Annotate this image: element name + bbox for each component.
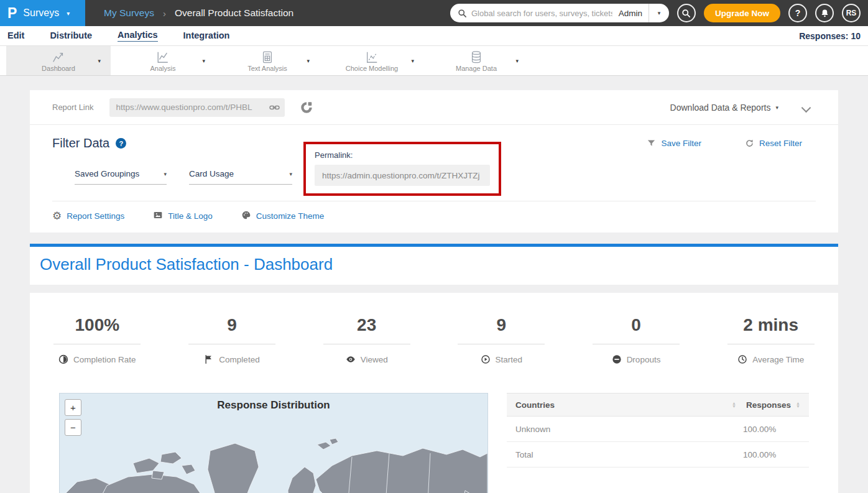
stat-completion-rate: 100% Completion Rate [30, 315, 165, 367]
stat-started: 9 Started [434, 315, 569, 367]
nav-analytics[interactable]: Analytics [118, 30, 157, 42]
download-label: Download Data & Reports [670, 103, 771, 113]
page-title: Overall Product Satisfaction - Dashboard [40, 255, 828, 274]
reset-filter-button[interactable]: Reset Filter [745, 139, 802, 148]
permalink-input[interactable] [315, 165, 490, 186]
divider [593, 344, 680, 344]
analysis-chart-icon [155, 49, 170, 64]
divider [458, 344, 545, 344]
dashboard-panel: 100% Completion Rate 9 Completed 23 [30, 293, 838, 493]
notifications-button[interactable] [815, 4, 834, 22]
caret-down-icon: ▾ [658, 10, 661, 16]
map-zoom-in-button[interactable]: + [65, 399, 81, 416]
card-usage-value: Card Usage [189, 169, 234, 178]
stat-label: Average Time [752, 355, 804, 364]
tab-analysis[interactable]: Analysis ▾ [111, 46, 215, 75]
nav-edit[interactable]: Edit [7, 30, 24, 42]
play-circle-icon [481, 354, 491, 364]
filter-help-icon[interactable]: ? [116, 138, 126, 149]
topbar-actions: Admin ▾ Upgrade Now ? RS [450, 4, 868, 22]
stat-value: 2 mins [703, 315, 838, 335]
stat-value: 9 [434, 315, 569, 335]
qr-code-icon[interactable] [300, 101, 313, 114]
report-settings-button[interactable]: ⚙ Report Settings [52, 211, 124, 221]
stat-label: Completed [219, 355, 259, 364]
image-icon [153, 210, 163, 222]
divider [188, 344, 275, 344]
upgrade-now-button[interactable]: Upgrade Now [704, 4, 780, 22]
tab-manage-data[interactable]: Manage Data ▾ [424, 46, 529, 75]
customize-theme-button[interactable]: Customize Theme [241, 210, 324, 222]
map-title: Response Distribution [60, 399, 487, 412]
download-data-reports-button[interactable]: Download Data & Reports ▾ [670, 103, 778, 113]
report-controls-panel: Report Link Download Data & Reports ▾ Fi… [30, 90, 838, 233]
nav-distribute[interactable]: Distribute [50, 30, 92, 42]
countries-table-header: Countries ▲▼ Responses ▲▼ [507, 393, 809, 417]
nav-integration[interactable]: Integration [183, 30, 230, 42]
tab-dashboard[interactable]: Dashboard ▾ [6, 46, 111, 75]
report-link-label: Report Link [52, 103, 93, 112]
stat-value: 0 [569, 315, 704, 335]
saved-groupings-value: Saved Groupings [75, 169, 139, 178]
tab-text-analysis[interactable]: Text Analysis ▾ [215, 46, 320, 75]
countries-table: Countries ▲▼ Responses ▲▼ Unknown 100.00… [507, 393, 809, 493]
search-button[interactable] [677, 4, 696, 22]
world-map[interactable] [60, 421, 487, 493]
tab-choice-modelling[interactable]: Choice Modelling ▾ [320, 46, 424, 75]
sort-icon[interactable]: ▲▼ [732, 402, 736, 408]
questionpro-logo-icon: P [7, 6, 17, 21]
caret-down-icon[interactable]: ▾ [515, 58, 519, 64]
clock-icon [737, 354, 747, 364]
divider [727, 344, 815, 344]
caret-down-icon[interactable]: ▾ [98, 58, 101, 64]
country-cell: Total [515, 450, 743, 459]
sort-icon[interactable]: ▲▼ [796, 402, 800, 408]
country-cell: Unknown [515, 425, 743, 434]
stat-label: Dropouts [627, 355, 661, 364]
caret-down-icon[interactable]: ▾ [411, 58, 414, 64]
user-avatar[interactable]: RS [842, 4, 861, 22]
filter-data-title: Filter Data [52, 136, 109, 150]
search-scope-label: Admin [612, 9, 649, 18]
permalink-label: Permalink: [315, 150, 490, 160]
global-search-input[interactable] [471, 9, 612, 18]
stat-value: 9 [165, 315, 300, 335]
collapse-panel-chevron-icon[interactable] [802, 103, 811, 112]
app-menu-surveys[interactable]: P Surveys ▾ [0, 0, 85, 26]
permalink-highlight-annotation: Permalink: [303, 142, 501, 196]
choice-modelling-chart-icon [364, 49, 379, 64]
report-link-input[interactable] [109, 98, 285, 117]
contrast-circle-icon [58, 354, 68, 364]
save-filter-label: Save Filter [661, 139, 701, 148]
tab-label: Analysis [150, 65, 176, 72]
card-usage-select[interactable]: Card Usage ▾ [189, 169, 292, 185]
report-settings-label: Report Settings [67, 211, 124, 221]
save-filter-button[interactable]: Save Filter [647, 139, 701, 148]
countries-column-header[interactable]: Countries [515, 400, 732, 410]
gear-icon: ⚙ [52, 211, 62, 221]
search-scope-dropdown[interactable]: ▾ [649, 4, 669, 22]
caret-down-icon[interactable]: ▾ [307, 58, 310, 64]
saved-groupings-select[interactable]: Saved Groupings ▾ [75, 169, 167, 185]
title-logo-label: Title & Logo [168, 211, 213, 221]
customize-theme-label: Customize Theme [256, 211, 324, 221]
tab-label: Dashboard [42, 65, 75, 72]
search-icon [681, 9, 691, 18]
breadcrumb-my-surveys[interactable]: My Surveys [104, 7, 154, 19]
link-icon[interactable] [269, 102, 280, 113]
caret-down-icon: ▾ [775, 104, 778, 111]
stat-completed: 9 Completed [165, 315, 300, 367]
stat-value: 100% [30, 315, 165, 335]
main-content: Report Link Download Data & Reports ▾ Fi… [0, 90, 868, 493]
stat-dropouts: 0 Dropouts [569, 315, 704, 367]
dashboard-title-panel: Overall Product Satisfaction - Dashboard [30, 244, 838, 285]
response-distribution-map: Response Distribution + − [59, 393, 488, 493]
title-logo-button[interactable]: Title & Logo [153, 210, 213, 222]
report-config-links: ⚙ Report Settings Title & Logo Customize… [30, 201, 838, 233]
responses-column-header[interactable]: Responses [746, 400, 791, 410]
caret-down-icon[interactable]: ▾ [202, 58, 205, 64]
help-button[interactable]: ? [788, 4, 807, 22]
stat-label: Started [496, 355, 523, 364]
table-row: Unknown 100.00% [507, 417, 809, 442]
eye-icon [346, 354, 356, 364]
